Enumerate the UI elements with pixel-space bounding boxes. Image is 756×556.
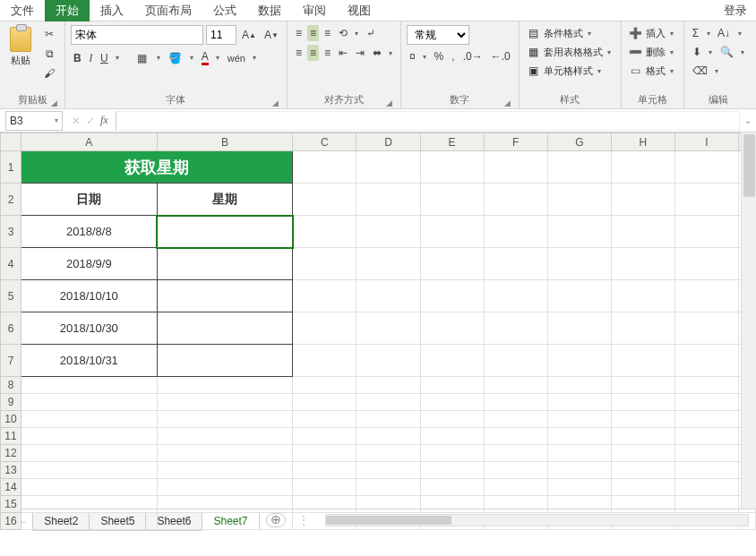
col-header[interactable]: C	[293, 133, 357, 151]
col-header[interactable]: G	[547, 133, 611, 151]
insert-cells-button[interactable]: ➕插入▾	[627, 25, 678, 41]
percent-button[interactable]: %	[432, 48, 447, 64]
comma-button[interactable]: ,	[449, 48, 457, 64]
cell[interactable]: 星期	[157, 184, 293, 216]
cell[interactable]: 2018/10/10	[21, 280, 158, 312]
row-header[interactable]: 4	[1, 248, 21, 280]
col-header[interactable]: E	[420, 133, 484, 151]
tab-page-layout[interactable]: 页面布局	[134, 0, 202, 21]
row-header[interactable]: 13	[1, 462, 21, 479]
bold-button[interactable]: B	[71, 50, 84, 66]
indent-decrease-button[interactable]: ⇤	[336, 45, 350, 61]
cell-title[interactable]: 获取星期	[21, 151, 293, 184]
cancel-formula-button[interactable]: ✕	[72, 115, 81, 127]
font-launcher[interactable]: ◢	[271, 96, 281, 107]
cell-styles-button[interactable]: ▣单元格样式▾	[525, 63, 606, 79]
underline-dd[interactable]: ▾	[114, 54, 122, 62]
scroll-thumb[interactable]	[743, 134, 755, 197]
font-color-button[interactable]: A	[199, 48, 211, 67]
copy-button[interactable]: ⧉	[39, 45, 59, 63]
italic-button[interactable]: I	[87, 50, 95, 66]
cell[interactable]: 2018/10/31	[21, 345, 158, 377]
cell[interactable]	[157, 345, 293, 377]
increase-decimal-button[interactable]: .0→	[460, 48, 485, 64]
align-bottom-button[interactable]: ≡	[322, 25, 333, 41]
merge-dd[interactable]: ▾	[387, 49, 395, 57]
tab-review[interactable]: 审阅	[292, 0, 337, 21]
cell[interactable]: 2018/8/8	[21, 216, 158, 248]
align-right-button[interactable]: ≡	[322, 45, 333, 61]
fill-color-button[interactable]: 🪣	[166, 49, 185, 67]
autosum-button[interactable]: Σ	[690, 25, 701, 41]
decrease-decimal-button[interactable]: ←.0	[488, 48, 513, 64]
border-dd[interactable]: ▾	[155, 54, 163, 62]
row-header[interactable]: 3	[1, 216, 21, 248]
row-header[interactable]: 8	[1, 377, 21, 394]
tab-data[interactable]: 数据	[247, 0, 292, 21]
format-painter-button[interactable]: 🖌	[39, 64, 59, 82]
tab-home[interactable]: 开始	[45, 0, 90, 21]
conditional-format-button[interactable]: ▤条件格式▾	[525, 25, 596, 41]
align-middle-button[interactable]: ≡	[307, 25, 319, 41]
row-header[interactable]: 14	[1, 479, 21, 496]
col-header[interactable]: B	[157, 133, 293, 151]
name-box[interactable]: B3▾	[5, 111, 63, 131]
col-header[interactable]: I	[674, 133, 738, 151]
find-dd[interactable]: ▾	[739, 48, 747, 56]
select-all-corner[interactable]	[1, 133, 21, 151]
accept-formula-button[interactable]: ✓	[86, 115, 95, 127]
row-header[interactable]: 6	[1, 312, 21, 345]
number-format-combo[interactable]: 常规	[407, 25, 469, 45]
decrease-font-button[interactable]: A▼	[262, 27, 281, 43]
cut-button[interactable]: ✂	[39, 25, 59, 43]
clear-button[interactable]: ⌫	[690, 63, 710, 79]
font-size-combo[interactable]	[206, 25, 236, 45]
grid-table[interactable]: A B C D E F G H I 1 获取星期 2 日期 星期 3 2018/…	[0, 133, 756, 530]
cell[interactable]	[157, 312, 293, 345]
number-launcher[interactable]: ◢	[503, 96, 513, 107]
indent-increase-button[interactable]: ⇥	[353, 45, 367, 61]
align-launcher[interactable]: ◢	[384, 96, 395, 107]
format-as-table-button[interactable]: ▦套用表格格式▾	[525, 44, 615, 60]
phonetic-button[interactable]: wén	[225, 51, 248, 65]
cell-selected[interactable]	[157, 216, 293, 248]
row-header[interactable]: 15	[1, 496, 21, 513]
sort-dd[interactable]: ▾	[735, 30, 743, 38]
row-header[interactable]: 5	[1, 280, 21, 312]
format-cells-button[interactable]: ▭格式▾	[627, 63, 678, 79]
tab-formulas[interactable]: 公式	[202, 0, 247, 21]
row-header[interactable]: 12	[1, 445, 21, 462]
delete-cells-button[interactable]: ➖删除▾	[627, 44, 678, 60]
border-button[interactable]: ▦	[133, 49, 152, 67]
clipboard-launcher[interactable]: ◢	[48, 96, 59, 107]
wrap-text-button[interactable]: ⤶	[364, 25, 378, 41]
align-top-button[interactable]: ≡	[293, 25, 305, 41]
font-name-combo[interactable]	[71, 25, 203, 45]
scroll-thumb[interactable]	[326, 516, 451, 525]
cell[interactable]: 2018/10/30	[21, 312, 158, 345]
formula-input[interactable]	[116, 111, 740, 131]
align-left-button[interactable]: ≡	[293, 45, 305, 61]
underline-button[interactable]: U	[98, 50, 111, 66]
filldd[interactable]: ▾	[707, 48, 715, 56]
row-header[interactable]: 7	[1, 345, 21, 377]
sort-filter-button[interactable]: A↓	[715, 25, 733, 41]
vertical-scrollbar[interactable]	[741, 133, 756, 509]
fx-button[interactable]: fx	[100, 114, 108, 127]
paste-button[interactable]: 粘贴	[5, 25, 36, 68]
find-button[interactable]: 🔍	[717, 44, 736, 60]
fill-dd[interactable]: ▾	[188, 54, 196, 62]
phonetic-dd[interactable]: ▾	[251, 54, 259, 62]
col-header[interactable]: F	[484, 133, 547, 151]
orientation-dd[interactable]: ▾	[353, 30, 361, 38]
cell[interactable]	[157, 248, 293, 280]
fontcolor-dd[interactable]: ▾	[214, 54, 222, 62]
merge-button[interactable]: ⬌	[370, 45, 384, 61]
fill-button[interactable]: ⬇	[690, 44, 704, 60]
tab-file[interactable]: 文件	[0, 0, 45, 21]
increase-font-button[interactable]: A▲	[239, 27, 259, 43]
row-header[interactable]: 2	[1, 184, 21, 216]
col-header[interactable]: D	[357, 133, 420, 151]
tab-insert[interactable]: 插入	[90, 0, 134, 21]
cell[interactable]: 2018/9/9	[21, 248, 158, 280]
